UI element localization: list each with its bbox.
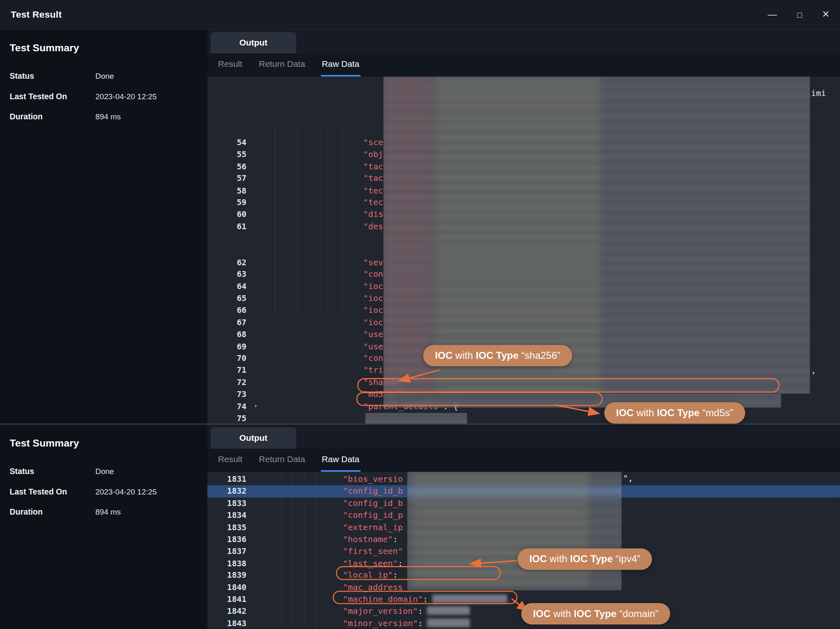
code-line: 1841"machine_domain": , <box>207 593 840 605</box>
last-tested-label: Last Tested On <box>10 91 96 100</box>
code-tail-text: imi <box>811 89 826 98</box>
duration-value: 894 ms <box>95 508 121 516</box>
raw-data-code-viewer[interactable]: 1831"bios_versio1832"config_id_b1833"con… <box>207 472 840 629</box>
duration-value: 894 ms <box>95 112 121 121</box>
subtab-return-data[interactable]: Return Data <box>258 54 306 77</box>
code-line: 75 <box>207 412 840 424</box>
window-controls: — □ × <box>768 9 829 21</box>
redacted-blur-region <box>365 413 467 424</box>
code-tail-text: ", <box>623 474 633 483</box>
code-tail-text: , <box>811 366 816 376</box>
redacted-blur-region <box>383 394 781 408</box>
subtab-raw-data[interactable]: Raw Data <box>321 54 361 77</box>
test-summary-title: Test Summary <box>10 42 198 54</box>
tab-output[interactable]: Output <box>210 32 296 53</box>
top-test-result-panel: Test Summary Status Done Last Tested On … <box>0 30 840 424</box>
status-value: Done <box>95 467 114 476</box>
last-tested-value: 2023-04-20 12:25 <box>95 488 157 496</box>
redacted-blur-region <box>407 472 621 590</box>
code-line: 1842"major_version": <box>207 605 840 617</box>
titlebar: Test Result — □ × <box>0 0 840 30</box>
subtab-strip: Result Return Data Raw Data <box>207 449 840 472</box>
code-line: 1843"minor_version": <box>207 618 840 629</box>
tab-output[interactable]: Output <box>210 427 296 449</box>
summary-row: Last Tested On 2023-04-20 12:25 <box>10 487 198 496</box>
redacted-blur-region <box>383 77 810 394</box>
minimize-icon[interactable]: — <box>768 10 777 19</box>
tab-strip: Output <box>207 30 840 54</box>
test-summary-sidebar: Test Summary Status Done Last Tested On … <box>0 30 207 424</box>
output-pane: Output Result Return Data Raw Data 1831"… <box>207 425 840 629</box>
tab-strip: Output <box>207 425 840 449</box>
summary-row: Duration 894 ms <box>10 507 198 516</box>
subtab-raw-data[interactable]: Raw Data <box>321 449 361 472</box>
summary-row: Status Done <box>10 71 198 80</box>
test-result-window: Test Result — □ × Test Summary Status Do… <box>0 0 840 629</box>
status-label: Status <box>10 467 96 476</box>
summary-row: Last Tested On 2023-04-20 12:25 <box>10 91 198 100</box>
subtab-strip: Result Return Data Raw Data <box>207 54 840 77</box>
subtab-result[interactable]: Result <box>217 449 243 472</box>
maximize-icon[interactable]: □ <box>797 10 802 18</box>
window-title: Test Result <box>11 9 62 20</box>
last-tested-value: 2023-04-20 12:25 <box>95 92 157 101</box>
duration-label: Duration <box>10 112 96 121</box>
duration-label: Duration <box>10 507 96 516</box>
status-label: Status <box>10 71 96 80</box>
status-value: Done <box>95 72 114 80</box>
test-summary-sidebar: Test Summary Status Done Last Tested On … <box>0 425 207 629</box>
output-pane: Output Result Return Data Raw Data 54"sc… <box>207 30 840 424</box>
bottom-test-result-panel: Test Summary Status Done Last Tested On … <box>0 425 840 629</box>
subtab-result[interactable]: Result <box>217 54 243 77</box>
subtab-return-data[interactable]: Return Data <box>258 449 306 472</box>
close-icon[interactable]: × <box>822 9 829 21</box>
last-tested-label: Last Tested On <box>10 487 96 496</box>
summary-row: Status Done <box>10 467 198 476</box>
raw-data-code-viewer[interactable]: 54"sce55"obj56"tac57"tac58"tec59"tec60"d… <box>207 77 840 424</box>
test-summary-title: Test Summary <box>10 438 198 449</box>
summary-row: Duration 894 ms <box>10 112 198 121</box>
